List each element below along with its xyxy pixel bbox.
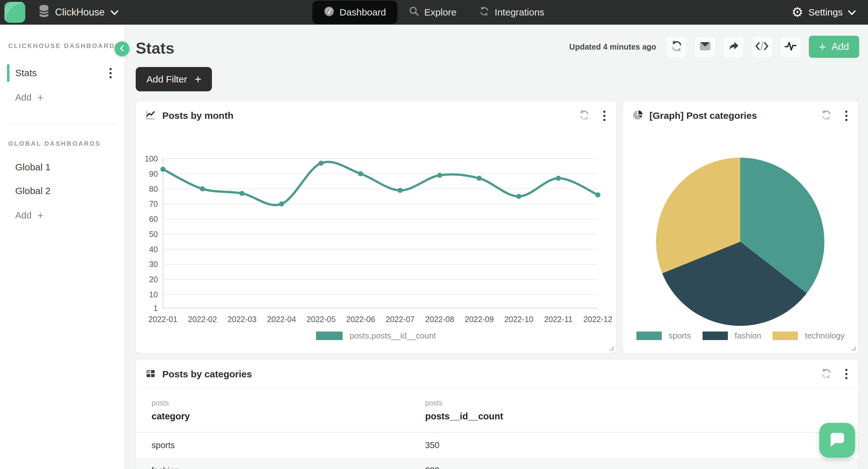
chat-bubble-icon bbox=[827, 430, 847, 451]
top-bar: ClickHouse DashboardExplore Integrations… bbox=[0, 0, 868, 25]
line-chart-icon bbox=[145, 110, 156, 122]
column-header-category: postscategory bbox=[152, 399, 425, 422]
refresh-icon[interactable] bbox=[579, 109, 590, 122]
svg-text:2022-08: 2022-08 bbox=[425, 315, 454, 324]
posts-by-month-card: Posts by month 1009080706050403020101202… bbox=[136, 101, 616, 353]
line-chart-legend: posts.posts__id__count bbox=[136, 329, 616, 342]
add-chart-button[interactable]: +Add bbox=[809, 36, 859, 58]
legend-swatch bbox=[316, 332, 343, 340]
last-updated-text: Updated 4 minutes ago bbox=[569, 42, 656, 52]
line-chart: 10090807060504030201012022-012022-022022… bbox=[145, 148, 607, 328]
refresh-icon[interactable] bbox=[820, 109, 832, 122]
svg-text:70: 70 bbox=[149, 199, 158, 208]
table-row: sports350 bbox=[136, 433, 858, 458]
card-resize-handle[interactable] bbox=[851, 346, 856, 350]
kebab-menu-icon[interactable] bbox=[108, 67, 113, 80]
svg-text:30: 30 bbox=[149, 260, 158, 269]
chevron-left-icon bbox=[119, 45, 125, 53]
page-title: Stats bbox=[136, 39, 174, 58]
datasource-dropdown[interactable]: ClickHouse bbox=[39, 0, 119, 25]
kebab-menu-icon[interactable] bbox=[602, 109, 607, 122]
main-nav-tabs: DashboardExplore Integrations bbox=[312, 0, 555, 25]
mail-icon bbox=[699, 40, 711, 54]
table-header-row: postscategorypostsposts__id__count bbox=[152, 399, 842, 422]
search-icon bbox=[409, 6, 419, 19]
plus-icon: + bbox=[194, 74, 201, 85]
legend-swatch bbox=[637, 332, 662, 340]
sidebar-add-dashboard[interactable]: Add+ bbox=[0, 206, 124, 224]
legend-swatch bbox=[772, 332, 798, 340]
code-icon bbox=[755, 40, 769, 53]
card-resize-handle[interactable] bbox=[610, 346, 614, 350]
sidebar-add-dashboard[interactable]: Add+ bbox=[0, 89, 124, 106]
mail-button[interactable] bbox=[695, 37, 715, 57]
logo-icon bbox=[4, 2, 25, 23]
legend-item-sports: sports bbox=[637, 331, 691, 341]
table-cell: 350 bbox=[425, 441, 699, 450]
svg-text:2022-10: 2022-10 bbox=[504, 315, 533, 324]
pie-chart-icon bbox=[632, 110, 643, 122]
svg-text:60: 60 bbox=[149, 214, 158, 224]
app-logo[interactable] bbox=[4, 2, 25, 23]
sidebar-collapse-button[interactable] bbox=[115, 41, 129, 56]
kebab-menu-icon[interactable] bbox=[844, 368, 849, 380]
tab-integrations[interactable]: Integrations bbox=[468, 1, 556, 24]
settings-menu[interactable]: ⚙︎ Settings bbox=[792, 0, 856, 25]
pulse-icon bbox=[784, 40, 797, 54]
svg-text:2022-01: 2022-01 bbox=[148, 315, 178, 324]
plus-icon: + bbox=[37, 209, 44, 222]
svg-text:2022-07: 2022-07 bbox=[385, 315, 415, 324]
chevron-down-icon bbox=[111, 7, 119, 18]
share-icon bbox=[727, 40, 740, 54]
gear-icon: ⚙︎ bbox=[792, 6, 803, 19]
plus-icon: + bbox=[819, 41, 826, 53]
svg-text:20: 20 bbox=[149, 275, 158, 284]
gauge-icon bbox=[323, 6, 334, 19]
svg-text:80: 80 bbox=[149, 185, 158, 193]
svg-text:2022-09: 2022-09 bbox=[465, 315, 494, 324]
pulse-button[interactable] bbox=[780, 37, 801, 57]
svg-text:2022-05: 2022-05 bbox=[307, 315, 336, 324]
posts-by-categories-card: Posts by categories postscategorypostspo… bbox=[136, 360, 858, 469]
sync-icon bbox=[479, 6, 490, 19]
legend-item: posts.posts__id__count bbox=[316, 331, 436, 341]
table-icon bbox=[145, 368, 156, 380]
sidebar-item-stats[interactable]: Stats bbox=[0, 64, 124, 82]
kebab-menu-icon[interactable] bbox=[844, 109, 849, 122]
sidebar-section-title: GLOBAL DASHBOARDS bbox=[8, 140, 124, 147]
svg-text:10: 10 bbox=[149, 290, 158, 299]
chat-widget-button[interactable] bbox=[819, 423, 855, 458]
dashboards-sidebar: CLICKHOUSE DASHBOARDSStatsAdd+GLOBAL DAS… bbox=[0, 25, 125, 469]
legend-item-fashion: fashion bbox=[703, 331, 762, 341]
chevron-down-icon bbox=[848, 7, 856, 18]
refresh-icon[interactable] bbox=[820, 368, 832, 380]
svg-text:40: 40 bbox=[149, 245, 158, 254]
active-indicator bbox=[7, 64, 9, 82]
add-filter-label: Add Filter bbox=[147, 74, 187, 85]
svg-text:2022-04: 2022-04 bbox=[267, 315, 296, 324]
card-title: Posts by month bbox=[162, 110, 234, 121]
card-title: Posts by categories bbox=[162, 369, 252, 379]
tab-explore[interactable]: Explore bbox=[397, 1, 468, 24]
sidebar-item-global-1[interactable]: Global 1 bbox=[0, 158, 124, 176]
sidebar-section-title: CLICKHOUSE DASHBOARDS bbox=[8, 42, 124, 49]
svg-text:1: 1 bbox=[153, 304, 158, 312]
datasource-name: ClickHouse bbox=[55, 7, 105, 18]
tab-dashboard[interactable]: Dashboard bbox=[312, 1, 397, 24]
svg-text:2022-02: 2022-02 bbox=[188, 315, 217, 324]
svg-text:2022-03: 2022-03 bbox=[227, 315, 256, 324]
code-button[interactable] bbox=[752, 37, 772, 57]
sidebar-item-global-2[interactable]: Global 2 bbox=[0, 182, 124, 200]
add-filter-button[interactable]: Add Filter + bbox=[136, 67, 212, 91]
table-cell: fashion bbox=[152, 466, 425, 469]
plus-icon: + bbox=[37, 91, 44, 104]
svg-text:50: 50 bbox=[149, 230, 158, 239]
svg-text:90: 90 bbox=[149, 169, 158, 178]
refresh-button[interactable] bbox=[666, 37, 687, 57]
pie-chart-legend: sportsfashiontechnology bbox=[623, 329, 858, 342]
svg-text:2022-12: 2022-12 bbox=[583, 315, 612, 324]
share-button[interactable] bbox=[723, 37, 744, 57]
pie-chart bbox=[656, 158, 824, 326]
svg-text:2022-06: 2022-06 bbox=[346, 315, 375, 324]
table-body: sports350fashion329 bbox=[136, 433, 858, 469]
